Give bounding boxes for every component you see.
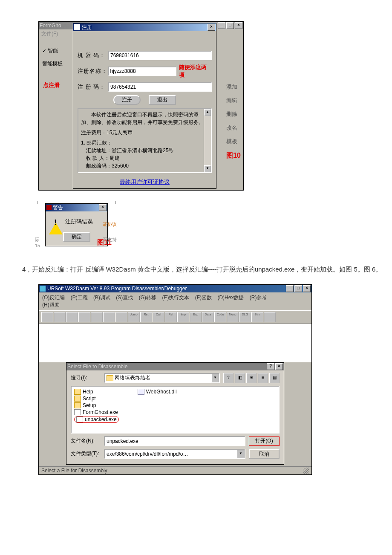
w32dasm-client-area — [39, 324, 311, 362]
menu-ref[interactable]: (R)参考 — [250, 295, 267, 301]
exit-button[interactable]: 退出 — [149, 95, 176, 105]
register-button[interactable]: 注册 — [113, 95, 141, 105]
menu-func[interactable]: (F)函数 — [195, 295, 212, 301]
menu-hex[interactable]: (D)Hex数据 — [217, 295, 244, 301]
figure-11-wrap: 警告 × 注册码错误 确定 图11 证协议 不支持 际 15 — [38, 203, 115, 246]
desc-pay2: 汇款地址：浙江省乐清市横河北路25号 — [81, 147, 208, 154]
toolbar-call-icon[interactable]: Call — [153, 312, 164, 322]
eula-link[interactable]: 最终用户许可证协议 — [120, 179, 170, 185]
desc-fee: 注册费用：15元人民币 — [81, 129, 208, 136]
toolbar-icon[interactable] — [54, 312, 66, 322]
lookin-combo[interactable]: 网络填表终结者 ▼ — [104, 373, 220, 383]
menu-exectext[interactable]: (E)执行文本 — [162, 295, 189, 301]
toolbar-icon[interactable] — [115, 312, 127, 322]
toolbar-icon[interactable] — [66, 312, 78, 322]
cancel-button[interactable]: 取消 — [249, 449, 280, 459]
side-edit[interactable]: 编辑 — [226, 97, 241, 104]
toolbar-ret-icon[interactable]: Ret — [140, 312, 152, 322]
desktop-icon[interactable]: ◧ — [235, 373, 245, 383]
filename-input[interactable]: unpacked.exe — [104, 436, 245, 446]
machine-code-input[interactable] — [108, 51, 212, 60]
toolbar-menu-icon[interactable]: Menu — [227, 312, 239, 322]
detail-view-icon[interactable]: ▤ — [269, 373, 280, 383]
minimize-icon[interactable]: _ — [286, 285, 294, 292]
reg-code-input[interactable] — [108, 82, 212, 92]
toolbar-ret2-icon[interactable]: Ret — [165, 312, 177, 322]
list-view-icon[interactable]: ≡ — [258, 373, 268, 383]
maximize-icon[interactable]: □ — [226, 22, 234, 29]
open-button[interactable]: 打开(O) — [249, 436, 280, 446]
toolbar-exp-icon[interactable]: Exp — [190, 312, 202, 322]
desc-scrollbar[interactable]: ▲ ▼ — [204, 109, 211, 172]
menu-project[interactable]: (P)工程 — [71, 295, 88, 301]
exe-icon — [74, 409, 81, 415]
toolbar-data-icon[interactable]: Data — [202, 312, 214, 322]
close-icon[interactable]: × — [208, 24, 215, 31]
reg-name-label: 注册名称： — [78, 67, 108, 75]
annotation-fill-both: 随便添这两项 — [179, 64, 212, 79]
menu-debug[interactable]: (B)调试 — [93, 295, 110, 301]
sidebar-item-template[interactable]: 智能模板 — [42, 60, 63, 67]
scroll-down-icon[interactable]: ▼ — [204, 165, 211, 172]
toolbar-icon[interactable] — [41, 312, 53, 322]
alert-message: 注册码错误 — [65, 218, 93, 225]
open-dialog-title: Select File to Disassemble — [67, 364, 127, 370]
folder-icon — [74, 389, 81, 395]
toolbar-icon[interactable] — [78, 312, 90, 322]
list-item-selected: unpacked.exe — [73, 416, 120, 423]
w32dasm-toolbar: Jump Ret Call Ret Imp Exp Data Code Menu… — [39, 310, 311, 324]
new-folder-icon[interactable]: ✳ — [246, 373, 257, 383]
formghost-main-window: FormGho _ □ × 文件(F) ✓ 智能 智能模板 点注册 添加 编辑 … — [38, 21, 244, 191]
register-title: 注册 — [82, 24, 92, 31]
open-dialog-titlebar: Select File to Disassemble ? × — [66, 363, 284, 370]
register-dialog: 注册 × 机 器 码： 注册名称： 随便添这两项 注 册 码： 注册 — [73, 23, 216, 189]
list-item: Setup — [73, 402, 120, 409]
toolbar-icon[interactable] — [103, 312, 115, 322]
menu-search[interactable]: (S)查找 — [116, 295, 133, 301]
dropdown-icon[interactable]: ▼ — [237, 450, 245, 458]
up-folder-icon[interactable]: ⇧ — [223, 373, 233, 383]
ok-button[interactable]: 确定 — [63, 232, 90, 242]
minimize-icon[interactable]: _ — [218, 22, 225, 29]
w32dasm-title: URSoft W32Dasm Ver 8.93 Program Disassem… — [47, 286, 187, 292]
scroll-up-icon[interactable]: ▲ — [204, 109, 211, 116]
resize-grip-icon[interactable] — [303, 468, 309, 474]
list-item: Help — [73, 388, 120, 395]
help-icon[interactable]: ? — [267, 363, 274, 370]
toolbar-strn-icon[interactable]: Strn — [251, 312, 263, 322]
side-rename[interactable]: 改名 — [226, 124, 241, 132]
menu-disasm[interactable]: (O)反汇编 — [42, 295, 65, 301]
filetype-combo[interactable]: exe/386/com/cpl/drv/dll/fon/mpd/o… ▼ — [104, 449, 245, 459]
close-icon[interactable]: × — [275, 363, 283, 370]
maximize-icon[interactable]: □ — [294, 285, 302, 292]
fragment-bottom: 15 — [35, 243, 40, 248]
reg-name-input[interactable] — [108, 66, 176, 76]
toolbar-icon[interactable] — [91, 312, 103, 322]
side-del[interactable]: 删除 — [226, 110, 241, 118]
close-icon[interactable]: × — [235, 22, 242, 29]
menu-help[interactable]: (H)帮助 — [42, 302, 60, 308]
menu-goto[interactable]: (G)转移 — [139, 295, 156, 301]
toolbar-icon[interactable] — [264, 312, 276, 322]
dropdown-icon[interactable]: ▼ — [211, 374, 219, 382]
side-buttons: 添加 编辑 删除 改名 模板 图10 — [226, 77, 241, 166]
file-list[interactable]: Help Script Setup FormGhost.exe unpacked… — [71, 386, 280, 434]
list-item: Script — [73, 395, 120, 402]
main-title: FormGho — [40, 23, 61, 29]
toolbar-code-icon[interactable]: Code — [214, 312, 226, 322]
fragment-right2: 不支持 — [103, 237, 117, 243]
register-link-label: 点注册 — [43, 81, 60, 89]
sidebar-item-smart[interactable]: ✓ 智能 — [42, 47, 58, 55]
toolbar-imp-icon[interactable]: Imp — [177, 312, 189, 322]
filename-label: 文件名(N): — [71, 437, 101, 445]
exe-icon — [76, 416, 83, 422]
toolbar-dlg-icon[interactable]: DLG — [239, 312, 251, 322]
side-template[interactable]: 模板 — [226, 138, 241, 145]
side-add[interactable]: 添加 — [226, 83, 241, 91]
desc-pay3: 收 款 人：周建 — [81, 154, 208, 162]
close-icon[interactable]: × — [99, 204, 107, 211]
toolbar-jump-icon[interactable]: Jump — [128, 312, 140, 322]
close-icon[interactable]: × — [303, 285, 311, 292]
w32dasm-menubar[interactable]: (O)反汇编 (P)工程 (B)调试 (S)查找 (G)转移 (E)执行文本 (… — [39, 292, 311, 310]
register-titlebar: 注册 × — [73, 23, 216, 31]
